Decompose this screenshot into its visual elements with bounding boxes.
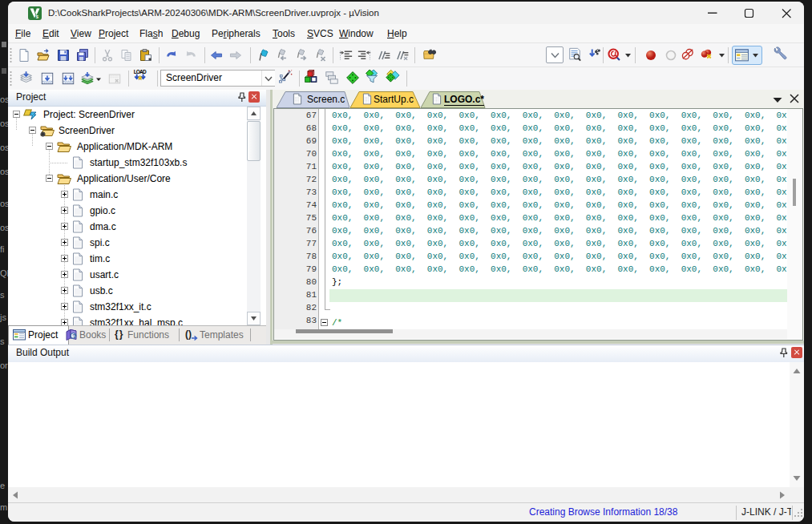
svg-text:?: ? (72, 333, 76, 340)
svg-text:LOAD: LOAD (134, 69, 147, 75)
svg-text:s: s (36, 14, 39, 19)
